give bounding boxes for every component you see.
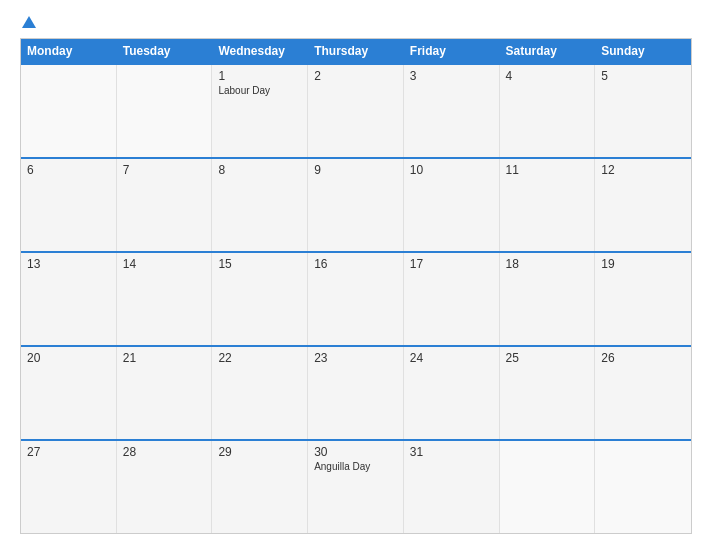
cell-number: 28: [123, 445, 206, 459]
calendar-cell: 19: [595, 253, 691, 345]
cell-number: 13: [27, 257, 110, 271]
cell-number: 29: [218, 445, 301, 459]
calendar-week: 1Labour Day2345: [21, 63, 691, 157]
calendar-cell: 28: [117, 441, 213, 533]
calendar-cell: [117, 65, 213, 157]
calendar-cell: 15: [212, 253, 308, 345]
calendar-week: 27282930Anguilla Day31: [21, 439, 691, 533]
calendar-cell: 9: [308, 159, 404, 251]
calendar-cell: 13: [21, 253, 117, 345]
calendar-cell: 20: [21, 347, 117, 439]
cell-number: 15: [218, 257, 301, 271]
calendar-body: 1Labour Day23456789101112131415161718192…: [21, 63, 691, 533]
cell-number: 12: [601, 163, 685, 177]
calendar-header-cell: Saturday: [500, 39, 596, 63]
cell-number: 25: [506, 351, 589, 365]
calendar-cell: 27: [21, 441, 117, 533]
calendar-cell: [500, 441, 596, 533]
cell-holiday: Anguilla Day: [314, 461, 397, 472]
cell-number: 5: [601, 69, 685, 83]
cell-number: 19: [601, 257, 685, 271]
cell-number: 21: [123, 351, 206, 365]
calendar-cell: 16: [308, 253, 404, 345]
cell-number: 30: [314, 445, 397, 459]
cell-number: 10: [410, 163, 493, 177]
cell-number: 8: [218, 163, 301, 177]
logo: [20, 16, 36, 30]
cell-number: 24: [410, 351, 493, 365]
cell-holiday: Labour Day: [218, 85, 301, 96]
calendar-week: 20212223242526: [21, 345, 691, 439]
cell-number: 23: [314, 351, 397, 365]
cell-number: 4: [506, 69, 589, 83]
calendar-cell: 31: [404, 441, 500, 533]
calendar-cell: 25: [500, 347, 596, 439]
calendar-cell: 5: [595, 65, 691, 157]
cell-number: 31: [410, 445, 493, 459]
calendar-header-cell: Thursday: [308, 39, 404, 63]
calendar-header: MondayTuesdayWednesdayThursdayFridaySatu…: [21, 39, 691, 63]
cell-number: 26: [601, 351, 685, 365]
calendar-cell: 7: [117, 159, 213, 251]
cell-number: 11: [506, 163, 589, 177]
calendar-cell: 26: [595, 347, 691, 439]
calendar-cell: [21, 65, 117, 157]
calendar-cell: 4: [500, 65, 596, 157]
calendar-cell: 2: [308, 65, 404, 157]
calendar-cell: 11: [500, 159, 596, 251]
cell-number: 22: [218, 351, 301, 365]
calendar-cell: 29: [212, 441, 308, 533]
cell-number: 9: [314, 163, 397, 177]
calendar-grid: MondayTuesdayWednesdayThursdayFridaySatu…: [20, 38, 692, 534]
calendar-cell: 12: [595, 159, 691, 251]
calendar-cell: 17: [404, 253, 500, 345]
calendar-cell: 1Labour Day: [212, 65, 308, 157]
calendar-cell: 3: [404, 65, 500, 157]
calendar-cell: [595, 441, 691, 533]
calendar-page: MondayTuesdayWednesdayThursdayFridaySatu…: [0, 0, 712, 550]
cell-number: 14: [123, 257, 206, 271]
cell-number: 6: [27, 163, 110, 177]
cell-number: 20: [27, 351, 110, 365]
cell-number: 2: [314, 69, 397, 83]
cell-number: 18: [506, 257, 589, 271]
calendar-cell: 30Anguilla Day: [308, 441, 404, 533]
calendar-cell: 23: [308, 347, 404, 439]
cell-number: 1: [218, 69, 301, 83]
calendar-week: 6789101112: [21, 157, 691, 251]
cell-number: 17: [410, 257, 493, 271]
logo-triangle-icon: [22, 16, 36, 28]
calendar-header-cell: Tuesday: [117, 39, 213, 63]
calendar-cell: 14: [117, 253, 213, 345]
header: [20, 16, 692, 30]
calendar-week: 13141516171819: [21, 251, 691, 345]
cell-number: 27: [27, 445, 110, 459]
calendar-header-cell: Friday: [404, 39, 500, 63]
cell-number: 7: [123, 163, 206, 177]
calendar-header-cell: Sunday: [595, 39, 691, 63]
calendar-cell: 21: [117, 347, 213, 439]
calendar-cell: 6: [21, 159, 117, 251]
calendar-header-cell: Wednesday: [212, 39, 308, 63]
calendar-cell: 18: [500, 253, 596, 345]
calendar-cell: 8: [212, 159, 308, 251]
calendar-header-cell: Monday: [21, 39, 117, 63]
calendar-cell: 22: [212, 347, 308, 439]
cell-number: 16: [314, 257, 397, 271]
calendar-cell: 10: [404, 159, 500, 251]
cell-number: 3: [410, 69, 493, 83]
calendar-cell: 24: [404, 347, 500, 439]
